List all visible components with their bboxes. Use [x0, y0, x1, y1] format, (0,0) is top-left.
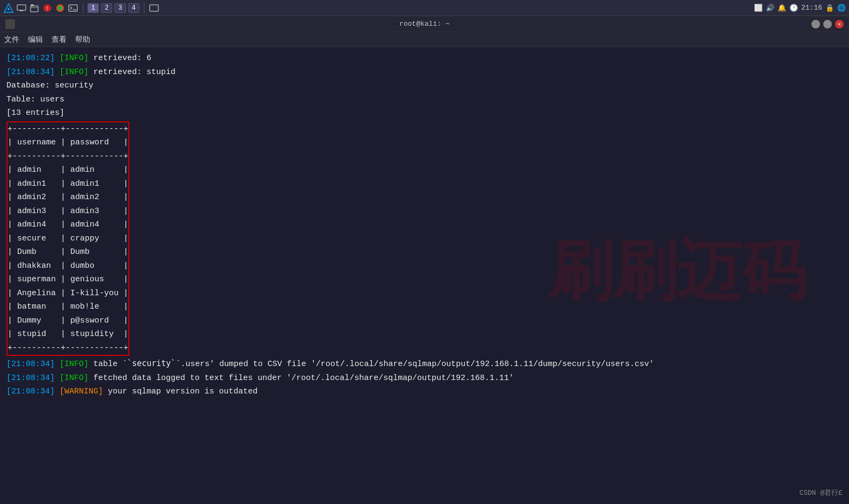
taskbar: ! 1 2 3 4 ⬜ 🔊 🔔 🕐 21:16 🔒 🌐 [0, 0, 849, 16]
msg-log1: table ``security``.users' dumped to CSV … [89, 360, 654, 369]
menu-help[interactable]: 帮助 [75, 35, 90, 45]
timestamp-log2: [21:08:34] [6, 374, 55, 383]
timestamp-2: [21:08:34] [6, 68, 55, 77]
taskbar-right-area: ⬜ 🔊 🔔 🕐 21:16 🔒 🌐 [754, 4, 846, 12]
msg-log2: fetched data logged to text files under … [89, 374, 514, 383]
files-icon[interactable] [29, 3, 40, 13]
timestamp-1: [21:08:22] [6, 54, 55, 63]
svg-rect-12 [150, 5, 158, 11]
maximize-button[interactable] [823, 20, 832, 28]
output-line-5: [13 entries] [6, 106, 843, 120]
sql-results-table: +----------+------------+ | username | p… [6, 121, 129, 356]
info-badge-2: [INFO] [60, 68, 89, 77]
info-badge-log2: [INFO] [60, 374, 89, 383]
msg-2: retrieved: stupid [89, 68, 175, 77]
taskbar-separator-2 [144, 3, 144, 13]
menu-file[interactable]: 文件 [4, 35, 19, 45]
kali-icon[interactable] [3, 3, 14, 13]
output-line-1: [21:08:22] [INFO] retrieved: 6 [6, 52, 843, 65]
redtool-icon[interactable]: ! [42, 3, 53, 13]
terminal-titlebar: root@kali: ~ ✕ [0, 16, 849, 32]
output-line-2: [21:08:34] [INFO] retrieved: stupid [6, 65, 843, 79]
log-line-1: [21:08:34] [INFO] table ``security``.use… [6, 357, 843, 371]
svg-point-1 [8, 8, 10, 10]
info-badge-log1: [INFO] [60, 360, 89, 369]
minimize-button[interactable] [811, 20, 820, 28]
menu-edit[interactable]: 编辑 [28, 35, 43, 45]
csdn-label: CSDN @君行£ [799, 488, 843, 498]
terminal-icon[interactable] [68, 3, 78, 13]
workspace-3-btn[interactable]: 3 [114, 3, 126, 13]
warning-badge-log3: [WARNING] [60, 387, 103, 396]
lock-icon[interactable]: 🔒 [825, 4, 834, 12]
svg-rect-10 [69, 5, 77, 11]
timestamp-log3: [21:08:34] [6, 387, 55, 396]
table-text: +----------+------------+ | username | p… [8, 122, 128, 355]
app5-icon[interactable] [149, 3, 159, 13]
table-label: Table: users [6, 95, 64, 104]
window-controls: ✕ [811, 20, 844, 28]
svg-rect-5 [31, 4, 34, 6]
svg-rect-4 [31, 6, 38, 12]
timestamp-log1: [21:08:34] [6, 360, 55, 369]
clock-time: 21:16 [801, 4, 822, 12]
db-label: Database: security [6, 81, 93, 90]
watermark: 刷刷迈码 [548, 221, 806, 331]
notify-icon[interactable]: 🔔 [778, 4, 786, 12]
log-line-2: [21:08:34] [INFO] fetched data logged to… [6, 371, 843, 385]
svg-point-9 [58, 6, 62, 10]
terminal-content[interactable]: 刷刷迈码 [21:08:22] [INFO] retrieved: 6 [21:… [0, 47, 849, 504]
workspace-1-btn[interactable]: 1 [87, 3, 99, 13]
svg-rect-3 [20, 10, 23, 11]
terminal-title: root@kali: ~ [399, 20, 450, 28]
info-badge-1: [INFO] [60, 54, 89, 63]
menu-bar: 文件 编辑 查看 帮助 [0, 32, 849, 47]
close-button[interactable]: ✕ [835, 20, 844, 28]
svg-rect-2 [17, 5, 26, 10]
msg-1: retrieved: 6 [89, 54, 151, 63]
workspace-2-btn[interactable]: 2 [101, 3, 112, 13]
firefox-icon[interactable] [55, 3, 65, 13]
svg-text:!: ! [46, 6, 49, 12]
terminal-app-icon [5, 19, 15, 29]
workspace-4-btn[interactable]: 4 [128, 3, 140, 13]
window-icon[interactable]: ⬜ [754, 4, 763, 12]
output-line-4: Table: users [6, 93, 843, 107]
volume-icon[interactable]: 🔊 [766, 4, 774, 12]
network-icon[interactable]: 🌐 [837, 4, 846, 12]
menu-view[interactable]: 查看 [52, 35, 67, 45]
terminal-window: root@kali: ~ ✕ 文件 编辑 查看 帮助 刷刷迈码 [21:08:2… [0, 16, 849, 504]
clock-icon: 🕐 [789, 4, 798, 12]
system-tray: ⬜ 🔊 🔔 🕐 21:16 🔒 🌐 [754, 4, 846, 12]
entries-label: [13 entries] [6, 108, 64, 118]
desktop-icon[interactable] [16, 3, 27, 13]
taskbar-separator [83, 3, 83, 13]
log-line-3: [21:08:34] [WARNING] your sqlmap version… [6, 385, 843, 399]
output-line-3: Database: security [6, 79, 843, 93]
msg-log3: your sqlmap version is outdated [103, 387, 258, 396]
